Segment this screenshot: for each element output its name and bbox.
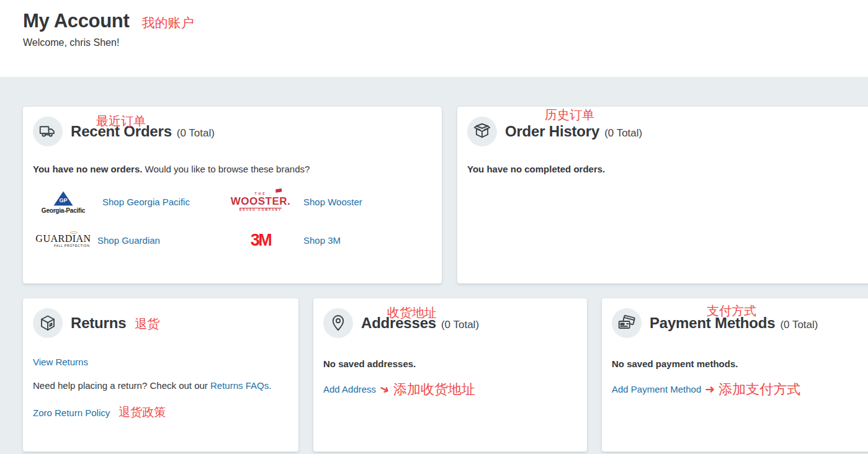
svg-text:GP: GP: [59, 197, 67, 203]
recent-orders-annotation-zh: 最近订单: [96, 113, 146, 130]
addresses-count: (0 Total): [441, 319, 479, 331]
georgia-pacific-triangle-icon: GP: [53, 190, 74, 207]
page-title-annotation-zh: 我的账户: [142, 14, 194, 32]
wooster-logo: THE WOOSTER. BRUSH COMPANY: [221, 183, 300, 221]
returns-faqs-link[interactable]: Returns FAQs: [210, 380, 269, 391]
order-history-annotation-zh: 历史订单: [545, 107, 594, 123]
returns-help-text: Need help placing a return? Check out ou…: [33, 380, 286, 392]
payment-methods-count: (0 Total): [780, 319, 818, 331]
add-payment-annotation-zh: 添加支付方式: [718, 380, 800, 399]
shop-georgia-pacific-link[interactable]: Shop Georgia Pacific: [102, 197, 190, 207]
returns-card: Returns 退货 View Returns Need help placin…: [23, 298, 298, 452]
red-arrow-icon: ➜: [705, 383, 715, 395]
recent-orders-card: 最近订单 Recent Orders (0 Total) You have no…: [23, 107, 442, 283]
order-history-card: 历史订单 Order History (0 Total) You have no…: [457, 107, 868, 283]
order-history-title: Order History: [505, 123, 599, 140]
add-payment-method-link[interactable]: Add Payment Method: [612, 384, 701, 394]
returns-annotation-zh: 退货: [135, 316, 159, 332]
add-address-link[interactable]: Add Address: [323, 384, 376, 394]
payment-methods-empty-text: No saved payment methods.: [612, 358, 868, 370]
payment-methods-card: 支付方式 Payment Methods (0 Total) No saved …: [602, 298, 868, 452]
order-history-count: (0 Total): [604, 127, 642, 140]
order-history-empty-text: You have no completed orders.: [467, 164, 864, 176]
order-history-header: Order History (0 Total): [467, 117, 864, 146]
red-arrow-icon: ➜: [378, 382, 392, 397]
return-policy-annotation-zh: 退货政策: [119, 404, 166, 421]
recent-orders-header: Recent Orders (0 Total): [33, 117, 429, 146]
zoro-return-policy-link[interactable]: Zoro Return Policy: [33, 407, 110, 418]
recent-orders-empty-text: You have no new orders. Would you like t…: [33, 164, 429, 176]
wooster-flag-icon: [275, 189, 282, 193]
addresses-empty-text: No saved addresses.: [323, 358, 575, 370]
open-box-icon: [467, 117, 497, 146]
addresses-annotation-zh: 收货地址: [387, 305, 437, 321]
credit-card-icon: [612, 308, 642, 338]
returns-title: Returns: [71, 314, 126, 332]
addresses-header: Addresses (0 Total): [323, 308, 575, 338]
guardian-logo: GUARDIAN FALL PROTECTION: [33, 221, 94, 260]
payment-methods-annotation-zh: 支付方式: [707, 303, 756, 319]
shop-3m-link[interactable]: Shop 3M: [303, 235, 341, 246]
shop-wooster-link[interactable]: Shop Wooster: [303, 197, 362, 207]
shop-guardian-link[interactable]: Shop Guardian: [97, 235, 160, 246]
add-address-annotation-zh: 添加收货地址: [393, 380, 475, 399]
three-m-wordmark: 3M: [251, 231, 271, 250]
truck-icon: [33, 117, 63, 146]
page-header: My Account 我的账户 Welcome, chris Shen!: [23, 10, 194, 48]
view-returns-link[interactable]: View Returns: [33, 357, 88, 367]
recent-orders-count: (0 Total): [177, 127, 215, 140]
returns-header: Returns 退货: [33, 308, 286, 338]
package-box-icon: [33, 308, 63, 338]
georgia-pacific-logo: GP Georgia-Pacific: [33, 183, 94, 221]
page-title: My Account: [23, 10, 130, 32]
map-pin-icon: [323, 308, 353, 338]
welcome-message: Welcome, chris Shen!: [23, 37, 194, 48]
guardian-halo-icon: [70, 231, 78, 234]
brand-grid: GP Georgia-Pacific Shop Georgia Pacific …: [33, 183, 429, 260]
addresses-card: 收货地址 Addresses (0 Total) No saved addres…: [313, 298, 587, 452]
three-m-logo: 3M: [221, 221, 300, 260]
